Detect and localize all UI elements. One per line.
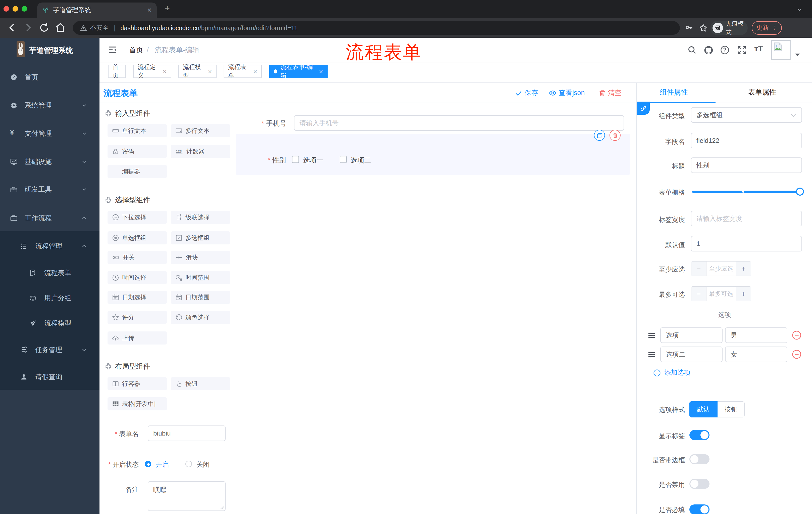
palette-item-single-text[interactable]: 单行文本 (108, 124, 167, 137)
palette-item-rate[interactable]: 评分 (108, 311, 167, 324)
status-on-label[interactable]: 开启 (156, 460, 169, 469)
font-size-icon[interactable]: ᴛT (754, 44, 763, 53)
palette-item-date-range[interactable]: 日期范围 (171, 291, 230, 304)
sidebar-item-process-model[interactable]: 流程模型 (0, 313, 99, 333)
view-json-button[interactable]: 查看json (549, 88, 585, 98)
palette-item-cascader[interactable]: 级联选择 (171, 211, 230, 224)
palette-item-counter[interactable]: 123计数器 (171, 145, 230, 158)
app-logo-title[interactable]: 芋道管理系统 (29, 46, 73, 55)
form-canvas[interactable]: 手机号 请输入手机号 性别 选项一 选项二 (230, 103, 636, 514)
palette-item-button[interactable]: 按钮 (171, 377, 230, 390)
form-name-input[interactable]: biubiu (148, 426, 226, 441)
breadcrumb-home[interactable]: 首页 (129, 46, 143, 55)
status-off-label[interactable]: 关闭 (197, 460, 209, 469)
min-select-stepper[interactable]: − 至少应选 + (691, 261, 751, 276)
palette-item-radio-group[interactable]: 单选框组 (108, 231, 167, 244)
palette-item-select[interactable]: 下拉选择 (108, 211, 167, 224)
delete-component-button[interactable] (609, 130, 620, 141)
sidebar-item-system[interactable]: 系统管理 (0, 96, 99, 116)
window-minimize-button[interactable] (12, 6, 18, 11)
selected-component[interactable]: 性别 选项一 选项二 (236, 134, 630, 175)
window-zoom-button[interactable] (22, 6, 27, 11)
slider-handle[interactable] (796, 188, 804, 196)
palette-item-time-picker[interactable]: 时间选择 (108, 271, 167, 284)
sidebar-item-leave-query[interactable]: 请假查询 (0, 367, 99, 387)
disabled-toggle[interactable] (689, 479, 709, 489)
back-icon[interactable] (6, 22, 18, 34)
window-close-button[interactable] (3, 6, 9, 11)
title-input[interactable]: 性别 (691, 157, 802, 173)
avatar-caret-icon[interactable] (795, 53, 800, 57)
palette-item-row-container[interactable]: 行容器 (108, 377, 167, 390)
palette-item-color-picker[interactable]: 颜色选择 (171, 311, 230, 324)
clear-button[interactable]: 清空 (599, 88, 621, 98)
drag-handle-icon[interactable] (648, 331, 656, 340)
radio-off[interactable] (185, 461, 192, 467)
palette-item-password[interactable]: 密码 (108, 145, 167, 158)
sidebar-item-user-group[interactable]: 用户分组 (0, 288, 99, 308)
save-button[interactable]: 保存 (515, 88, 538, 98)
style-default-button[interactable]: 默认 (689, 401, 718, 417)
sidebar-item-home[interactable]: 首页 (0, 67, 99, 87)
plus-button[interactable]: + (736, 262, 751, 276)
sidebar-item-process-form[interactable]: 流程表单 (0, 263, 99, 283)
option-style-segmented[interactable]: 默认 按钮 (689, 401, 745, 417)
radio-on[interactable] (145, 461, 151, 467)
show-label-toggle[interactable] (689, 430, 709, 440)
github-icon[interactable] (703, 45, 714, 55)
label-width-input[interactable]: 请输入标签宽度 (691, 211, 802, 226)
tab-component-props[interactable]: 组件属性 (660, 88, 688, 97)
remove-option-icon[interactable] (792, 330, 802, 340)
palette-item-editor[interactable]: 编辑器 (108, 165, 167, 178)
tag-close-icon[interactable]: ✕ (163, 69, 167, 74)
tag-process-form[interactable]: 流程表单✕ (224, 65, 262, 78)
password-key-icon[interactable] (685, 24, 693, 33)
plus-button[interactable]: + (736, 287, 751, 301)
palette-item-switch[interactable]: 开关 (108, 251, 167, 264)
tab-close-icon[interactable]: ✕ (147, 7, 152, 13)
option-1-label-input[interactable]: 选项一 (660, 327, 723, 343)
minus-button[interactable]: − (691, 262, 706, 276)
palette-item-table[interactable]: 表格[开发中] (108, 397, 167, 410)
border-toggle[interactable] (689, 454, 709, 464)
drag-handle-icon[interactable] (648, 351, 656, 359)
refresh-icon[interactable] (38, 22, 50, 34)
tag-close-icon[interactable]: ✕ (253, 69, 257, 74)
sidebar-item-process-mgmt[interactable]: 流程管理 (0, 236, 99, 256)
option-2-value-input[interactable]: 女 (725, 347, 787, 362)
avatar[interactable] (771, 40, 791, 60)
sidebar-item-payment[interactable]: ¥ 支付管理 (0, 124, 99, 144)
browser-tab[interactable]: 芋道管理系统 ✕ (37, 2, 157, 18)
tab-search-chevron-icon[interactable] (796, 6, 803, 12)
palette-item-upload[interactable]: 上传 (108, 331, 167, 345)
tag-close-icon[interactable]: ✕ (319, 69, 323, 74)
minus-button[interactable]: − (691, 287, 706, 301)
browser-menu-dots-icon[interactable]: ⋮ (772, 25, 777, 31)
home-icon[interactable] (54, 22, 66, 34)
option-2-label-input[interactable]: 选项二 (660, 347, 723, 362)
remark-textarea[interactable]: 嘿嘿 (148, 481, 226, 511)
palette-item-slider[interactable]: 滑块 (171, 251, 230, 264)
phone-input[interactable]: 请输入手机号 (294, 115, 624, 131)
tag-close-icon[interactable]: ✕ (208, 69, 212, 74)
add-option-button[interactable]: 添加选项 (653, 368, 690, 377)
remove-option-icon[interactable] (792, 350, 802, 359)
tab-form-props[interactable]: 表单属性 (748, 88, 776, 97)
tag-home[interactable]: 首页 (108, 65, 126, 78)
default-value-input[interactable]: 1 (691, 236, 802, 251)
component-type-select[interactable]: 多选框组 (691, 107, 802, 123)
grid-slider-track[interactable] (692, 191, 800, 193)
fullscreen-icon[interactable] (737, 45, 747, 55)
palette-item-date-picker[interactable]: 日期选择 (108, 291, 167, 304)
sidebar-collapse-icon[interactable] (108, 45, 118, 55)
sidebar-item-workflow[interactable]: 工作流程 (0, 208, 99, 228)
tag-process-form-edit[interactable]: 流程表单-编辑✕ (269, 65, 328, 78)
sidebar-item-task-mgmt[interactable]: 任务管理 (0, 340, 99, 360)
palette-item-time-range[interactable]: 时间范围 (171, 271, 230, 284)
max-select-stepper[interactable]: − 最多可选 + (691, 286, 751, 301)
new-tab-button[interactable]: + (165, 3, 170, 13)
browser-update-button[interactable]: 更新 ⋮ (752, 21, 782, 35)
help-icon[interactable] (720, 45, 730, 55)
option-1-value-input[interactable]: 男 (725, 327, 787, 343)
sidebar-item-infra[interactable]: 基础设施 (0, 152, 99, 172)
